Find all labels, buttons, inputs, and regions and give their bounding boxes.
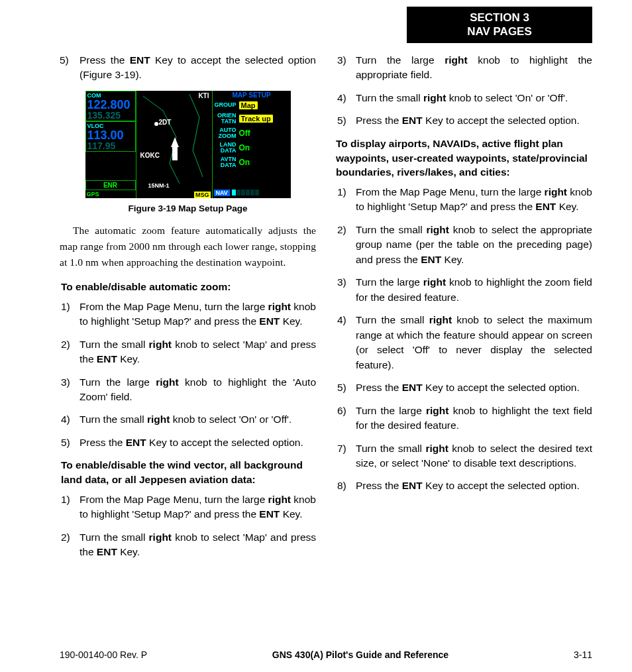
section-header-line2: NAV PAGES — [407, 25, 592, 38]
right-column: 3)Turn the large right knob to highlight… — [336, 53, 592, 568]
step-number: 4) — [336, 91, 356, 105]
step-item: 1)From the Map Page Menu, turn the large… — [60, 300, 316, 329]
step-number: 5) — [336, 113, 356, 128]
step-item: 3)Turn the large right knob to highlight… — [336, 275, 592, 305]
continued-steps: 5) Press the ENT Key to accept the selec… — [60, 53, 316, 83]
step-text: Turn the small right knob to select 'On'… — [356, 91, 592, 105]
setup-row: GROUPMap — [213, 99, 291, 111]
setup-row-key: LANDDATA — [214, 142, 237, 154]
step-text: Press the ENT Key to accept the selected… — [79, 435, 316, 450]
map-scale: 15NM-1 — [148, 182, 170, 189]
step-item: 2)Turn the small right knob to select th… — [336, 223, 592, 267]
content-area: 5) Press the ENT Key to accept the selec… — [60, 53, 592, 568]
step-number: 5) — [336, 380, 356, 395]
step-item: 5)Press the ENT Key to accept the select… — [60, 435, 316, 450]
msg-indicator: MSG — [194, 192, 211, 198]
setup-row-key: ORIENTATN — [214, 113, 237, 125]
map-label-2dt: 2DT — [159, 119, 172, 126]
step-number: 6) — [336, 404, 356, 433]
map-label-kokc: KOKC — [140, 152, 160, 159]
step-text: Turn the small right knob to select 'Map… — [79, 530, 316, 560]
gns-right-panel: MAP SETUP GROUPMapORIENTATNTrack upAUTOZ… — [213, 91, 291, 198]
footer-docnum: 190-00140-00 Rev. P — [60, 649, 147, 660]
setup-row-value: Off — [239, 129, 290, 138]
figure-3-19: COM 122.800 135.325 VLOC 113.00 117.95 E… — [85, 91, 291, 213]
step-item: 4)Turn the small right knob to select 'O… — [60, 412, 316, 427]
step-number: 3) — [60, 375, 79, 405]
svg-rect-0 — [172, 147, 178, 160]
nav-label: NAV — [214, 190, 230, 196]
map-label-kti: KTI — [198, 92, 209, 99]
map-setup-title: MAP SETUP — [213, 91, 291, 99]
step-text: Press the ENT Key to accept the selected… — [356, 478, 592, 493]
gns-left-panel: COM 122.800 135.325 VLOC 113.00 117.95 E… — [85, 91, 136, 198]
step-item: 8)Press the ENT Key to accept the select… — [336, 478, 592, 493]
step-number: 2) — [336, 223, 356, 267]
vloc-active-freq: 113.00 — [87, 129, 134, 141]
gns-device-screenshot: COM 122.800 135.325 VLOC 113.00 117.95 E… — [85, 91, 291, 198]
nav-page-dots — [232, 188, 260, 197]
step-item: 2)Turn the small right knob to select 'M… — [60, 337, 316, 367]
step-number: 5) — [60, 435, 79, 450]
step-text: Turn the large right knob to highlight t… — [79, 375, 316, 405]
step-text: Press the ENT Key to accept the selected… — [79, 53, 316, 83]
step-item: 4)Turn the small right knob to select 'O… — [336, 91, 592, 105]
step-text: From the Map Page Menu, turn the large r… — [79, 300, 316, 329]
step-number: 7) — [336, 441, 356, 471]
heading-display-features: To display airports, NAVAIDs, active fli… — [336, 137, 592, 180]
step-item: 1)From the Map Page Menu, turn the large… — [60, 492, 316, 522]
step-number: 4) — [60, 412, 79, 427]
steps-display-features: 1)From the Map Page Menu, turn the large… — [336, 185, 592, 494]
step-text: Turn the small right knob to select the … — [356, 223, 592, 267]
setup-row: ORIENTATNTrack up — [213, 111, 291, 126]
step-number: 2) — [60, 337, 79, 367]
step-number: 8) — [336, 478, 356, 493]
section-header-line1: SECTION 3 — [407, 11, 592, 25]
page-footer: 190-00140-00 Rev. P GNS 430(A) Pilot's G… — [60, 649, 592, 660]
vloc-standby-freq: 117.95 — [87, 141, 134, 150]
step-number: 3) — [336, 275, 356, 305]
enr-indicator: ENR — [85, 180, 136, 190]
com-box: COM 122.800 135.325 — [85, 91, 136, 121]
step-number: 2) — [60, 530, 79, 560]
step-text: Turn the large right knob to highlight t… — [356, 275, 592, 305]
step-item: 3)Turn the large right knob to highlight… — [336, 53, 592, 83]
setup-rows: GROUPMapORIENTATNTrack upAUTOZOOMOffLAND… — [213, 99, 291, 170]
step-text: Press the ENT Key to accept the selected… — [356, 113, 592, 128]
setup-row-value: Track up — [239, 114, 290, 123]
svg-point-1 — [154, 122, 158, 126]
step-item: 3)Turn the large right knob to highlight… — [60, 375, 316, 405]
step-text: From the Map Page Menu, turn the large r… — [356, 185, 592, 215]
step-text: Turn the small right knob to select 'Map… — [79, 337, 316, 367]
step-item: 5) Press the ENT Key to accept the selec… — [60, 53, 316, 83]
step-number: 1) — [60, 492, 79, 522]
section-header: SECTION 3 NAV PAGES — [407, 7, 592, 43]
setup-row-key: GROUP — [214, 102, 237, 108]
setup-row-value: On — [239, 143, 290, 152]
footer-pagenum: 3-11 — [574, 649, 592, 660]
step-number: 1) — [336, 185, 356, 215]
step-number: 3) — [336, 53, 356, 83]
step-text: Turn the large right knob to highlight t… — [356, 404, 592, 433]
setup-row: LANDDATAOn — [213, 140, 291, 155]
com-active-freq: 122.800 — [87, 99, 134, 111]
setup-row-value: On — [239, 158, 290, 167]
step-text: Press the ENT Key to accept the selected… — [356, 380, 592, 395]
step-item: 4)Turn the small right knob to select th… — [336, 313, 592, 372]
setup-row-value: Map — [239, 101, 290, 110]
setup-row-key: AUTOZOOM — [214, 127, 237, 139]
step-item: 6)Turn the large right knob to highlight… — [336, 404, 592, 433]
vloc-box: VLOC 113.00 117.95 — [85, 121, 136, 152]
gps-indicator: GPS — [85, 190, 136, 198]
heading-auto-zoom: To enable/disable automatic zoom: — [60, 280, 316, 294]
step-number: 1) — [60, 300, 79, 329]
setup-row-key: AVTNDATA — [214, 156, 237, 168]
step-text: Turn the large right knob to highlight t… — [356, 53, 592, 83]
body-paragraph: The automatic zoom feature automatically… — [60, 223, 316, 270]
step-number: 5) — [60, 53, 79, 83]
step-item: 7)Turn the small right knob to select th… — [336, 441, 592, 471]
left-column: 5) Press the ENT Key to accept the selec… — [60, 53, 316, 568]
step-text: Turn the small right knob to select the … — [356, 313, 592, 372]
footer-title: GNS 430(A) Pilot's Guide and Reference — [272, 649, 448, 660]
com-standby-freq: 135.325 — [87, 111, 134, 120]
